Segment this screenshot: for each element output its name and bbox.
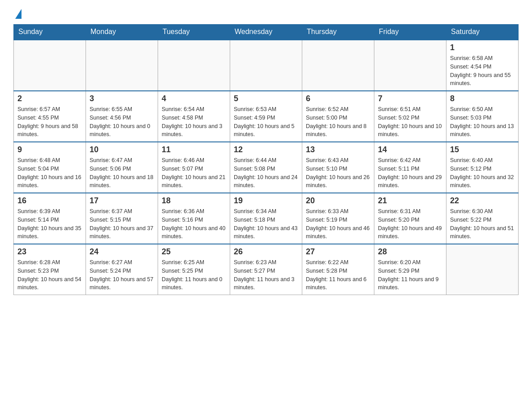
day-number: 13 (306, 145, 370, 154)
calendar-day-cell: 16Sunrise: 6:39 AMSunset: 5:14 PMDayligh… (14, 193, 86, 244)
day-number: 2 (17, 94, 82, 103)
calendar-day-cell: 4Sunrise: 6:54 AMSunset: 4:58 PMDaylight… (158, 91, 230, 142)
day-info: Sunrise: 6:30 AMSunset: 5:22 PMDaylight:… (450, 207, 515, 241)
calendar-day-cell (446, 244, 519, 295)
calendar-day-cell: 11Sunrise: 6:46 AMSunset: 5:07 PMDayligh… (158, 142, 230, 193)
calendar-day-cell: 22Sunrise: 6:30 AMSunset: 5:22 PMDayligh… (446, 193, 519, 244)
column-header-wednesday: Wednesday (230, 24, 302, 40)
day-number: 22 (450, 196, 515, 206)
day-info: Sunrise: 6:51 AMSunset: 5:02 PMDaylight:… (378, 105, 442, 139)
day-number: 9 (17, 145, 82, 154)
day-number: 15 (450, 145, 515, 154)
day-number: 26 (234, 247, 298, 257)
day-number: 7 (378, 94, 442, 103)
day-info: Sunrise: 6:58 AMSunset: 4:54 PMDaylight:… (450, 54, 515, 88)
column-header-friday: Friday (374, 24, 446, 40)
day-number: 14 (378, 145, 442, 154)
calendar-day-cell: 3Sunrise: 6:55 AMSunset: 4:56 PMDaylight… (86, 91, 158, 142)
day-number: 20 (306, 196, 370, 206)
calendar-day-cell: 18Sunrise: 6:36 AMSunset: 5:16 PMDayligh… (158, 193, 230, 244)
calendar-week-row: 2Sunrise: 6:57 AMSunset: 4:55 PMDaylight… (14, 91, 519, 142)
column-header-tuesday: Tuesday (158, 24, 230, 40)
calendar-day-cell: 6Sunrise: 6:52 AMSunset: 5:00 PMDaylight… (302, 91, 374, 142)
calendar-day-cell: 17Sunrise: 6:37 AMSunset: 5:15 PMDayligh… (86, 193, 158, 244)
day-info: Sunrise: 6:27 AMSunset: 5:24 PMDaylight:… (90, 258, 154, 292)
calendar-day-cell: 15Sunrise: 6:40 AMSunset: 5:12 PMDayligh… (446, 142, 519, 193)
calendar-day-cell: 13Sunrise: 6:43 AMSunset: 5:10 PMDayligh… (302, 142, 374, 193)
calendar-day-cell (86, 40, 158, 91)
day-number: 10 (90, 145, 154, 154)
calendar-day-cell (14, 40, 86, 91)
day-info: Sunrise: 6:47 AMSunset: 5:06 PMDaylight:… (90, 156, 154, 190)
calendar-day-cell: 5Sunrise: 6:53 AMSunset: 4:59 PMDaylight… (230, 91, 302, 142)
day-info: Sunrise: 6:25 AMSunset: 5:25 PMDaylight:… (162, 258, 226, 292)
day-number: 28 (378, 247, 442, 257)
logo-triangle-icon (15, 9, 21, 19)
logo (13, 9, 21, 20)
day-info: Sunrise: 6:23 AMSunset: 5:27 PMDaylight:… (234, 258, 298, 292)
day-number: 1 (450, 43, 515, 52)
day-number: 24 (90, 247, 154, 257)
day-info: Sunrise: 6:20 AMSunset: 5:29 PMDaylight:… (378, 258, 442, 292)
day-info: Sunrise: 6:31 AMSunset: 5:20 PMDaylight:… (378, 207, 442, 241)
page-header (13, 9, 519, 20)
calendar-day-cell: 10Sunrise: 6:47 AMSunset: 5:06 PMDayligh… (86, 142, 158, 193)
calendar-day-cell: 2Sunrise: 6:57 AMSunset: 4:55 PMDaylight… (14, 91, 86, 142)
calendar-day-cell: 27Sunrise: 6:22 AMSunset: 5:28 PMDayligh… (302, 244, 374, 295)
day-info: Sunrise: 6:50 AMSunset: 5:03 PMDaylight:… (450, 105, 515, 139)
calendar-week-row: 23Sunrise: 6:28 AMSunset: 5:23 PMDayligh… (14, 244, 519, 295)
day-info: Sunrise: 6:53 AMSunset: 4:59 PMDaylight:… (234, 105, 298, 139)
calendar-day-cell: 25Sunrise: 6:25 AMSunset: 5:25 PMDayligh… (158, 244, 230, 295)
day-info: Sunrise: 6:39 AMSunset: 5:14 PMDaylight:… (17, 207, 82, 241)
calendar-header-row: SundayMondayTuesdayWednesdayThursdayFrid… (14, 24, 519, 40)
calendar-day-cell (158, 40, 230, 91)
day-number: 27 (306, 247, 370, 257)
day-number: 12 (234, 145, 298, 154)
day-info: Sunrise: 6:57 AMSunset: 4:55 PMDaylight:… (17, 105, 82, 139)
calendar-day-cell: 23Sunrise: 6:28 AMSunset: 5:23 PMDayligh… (14, 244, 86, 295)
column-header-thursday: Thursday (302, 24, 374, 40)
day-info: Sunrise: 6:34 AMSunset: 5:18 PMDaylight:… (234, 207, 298, 241)
day-info: Sunrise: 6:54 AMSunset: 4:58 PMDaylight:… (162, 105, 226, 139)
column-header-saturday: Saturday (446, 24, 519, 40)
day-info: Sunrise: 6:33 AMSunset: 5:19 PMDaylight:… (306, 207, 370, 241)
column-header-monday: Monday (86, 24, 158, 40)
day-number: 5 (234, 94, 298, 103)
day-number: 16 (17, 196, 82, 206)
day-info: Sunrise: 6:44 AMSunset: 5:08 PMDaylight:… (234, 156, 298, 190)
calendar-day-cell: 9Sunrise: 6:48 AMSunset: 5:04 PMDaylight… (14, 142, 86, 193)
calendar-day-cell: 8Sunrise: 6:50 AMSunset: 5:03 PMDaylight… (446, 91, 519, 142)
calendar-day-cell: 14Sunrise: 6:42 AMSunset: 5:11 PMDayligh… (374, 142, 446, 193)
calendar-table: SundayMondayTuesdayWednesdayThursdayFrid… (13, 24, 519, 295)
day-info: Sunrise: 6:48 AMSunset: 5:04 PMDaylight:… (17, 156, 82, 190)
calendar-day-cell: 24Sunrise: 6:27 AMSunset: 5:24 PMDayligh… (86, 244, 158, 295)
calendar-day-cell (374, 40, 446, 91)
calendar-day-cell: 20Sunrise: 6:33 AMSunset: 5:19 PMDayligh… (302, 193, 374, 244)
calendar-day-cell (302, 40, 374, 91)
day-number: 3 (90, 94, 154, 103)
column-header-sunday: Sunday (14, 24, 86, 40)
day-info: Sunrise: 6:52 AMSunset: 5:00 PMDaylight:… (306, 105, 370, 139)
day-info: Sunrise: 6:43 AMSunset: 5:10 PMDaylight:… (306, 156, 370, 190)
day-number: 6 (306, 94, 370, 103)
day-info: Sunrise: 6:22 AMSunset: 5:28 PMDaylight:… (306, 258, 370, 292)
calendar-day-cell: 1Sunrise: 6:58 AMSunset: 4:54 PMDaylight… (446, 40, 519, 91)
day-info: Sunrise: 6:28 AMSunset: 5:23 PMDaylight:… (17, 258, 82, 292)
day-number: 19 (234, 196, 298, 206)
calendar-day-cell: 28Sunrise: 6:20 AMSunset: 5:29 PMDayligh… (374, 244, 446, 295)
day-number: 25 (162, 247, 226, 257)
calendar-day-cell: 19Sunrise: 6:34 AMSunset: 5:18 PMDayligh… (230, 193, 302, 244)
day-info: Sunrise: 6:37 AMSunset: 5:15 PMDaylight:… (90, 207, 154, 241)
day-number: 17 (90, 196, 154, 206)
day-info: Sunrise: 6:36 AMSunset: 5:16 PMDaylight:… (162, 207, 226, 241)
day-info: Sunrise: 6:40 AMSunset: 5:12 PMDaylight:… (450, 156, 515, 190)
calendar-day-cell: 26Sunrise: 6:23 AMSunset: 5:27 PMDayligh… (230, 244, 302, 295)
day-info: Sunrise: 6:42 AMSunset: 5:11 PMDaylight:… (378, 156, 442, 190)
day-number: 11 (162, 145, 226, 154)
day-info: Sunrise: 6:46 AMSunset: 5:07 PMDaylight:… (162, 156, 226, 190)
calendar-day-cell: 21Sunrise: 6:31 AMSunset: 5:20 PMDayligh… (374, 193, 446, 244)
calendar-day-cell (230, 40, 302, 91)
calendar-week-row: 16Sunrise: 6:39 AMSunset: 5:14 PMDayligh… (14, 193, 519, 244)
calendar-day-cell: 12Sunrise: 6:44 AMSunset: 5:08 PMDayligh… (230, 142, 302, 193)
day-number: 21 (378, 196, 442, 206)
